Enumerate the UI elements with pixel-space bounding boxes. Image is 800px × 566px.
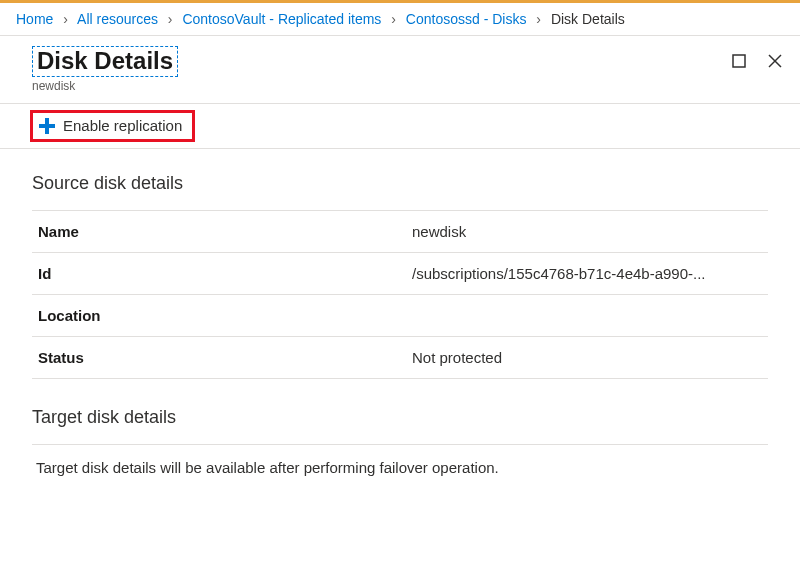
property-label-status: Status — [32, 349, 412, 366]
target-disk-message: Target disk details will be available af… — [32, 444, 768, 490]
blade-header: Disk Details newdisk — [0, 36, 800, 103]
svg-rect-4 — [39, 124, 55, 128]
breadcrumb-link-contoso-vault[interactable]: ContosoVault - Replicated items — [182, 11, 381, 27]
source-properties-table: Name newdisk Id /subscriptions/155c4768-… — [32, 210, 768, 379]
property-value-status: Not protected — [412, 349, 502, 366]
breadcrumb-link-contoso-ssd-disks[interactable]: Contosossd - Disks — [406, 11, 527, 27]
property-label-name: Name — [32, 223, 412, 240]
chevron-right-icon: › — [63, 11, 68, 27]
breadcrumb-link-all-resources[interactable]: All resources — [77, 11, 158, 27]
table-row: Name newdisk — [32, 210, 768, 252]
source-disk-heading: Source disk details — [32, 173, 768, 194]
property-label-id: Id — [32, 265, 412, 282]
enable-replication-button[interactable]: Enable replication — [30, 110, 195, 142]
table-row: Id /subscriptions/155c4768-b71c-4e4b-a99… — [32, 252, 768, 294]
breadcrumb-current: Disk Details — [551, 11, 625, 27]
page-subtitle: newdisk — [32, 79, 178, 93]
enable-replication-label: Enable replication — [63, 117, 182, 134]
property-label-location: Location — [32, 307, 412, 324]
chevron-right-icon: › — [536, 11, 541, 27]
svg-rect-0 — [733, 55, 745, 67]
table-row: Location — [32, 294, 768, 336]
table-row: Status Not protected — [32, 336, 768, 379]
plus-icon — [37, 116, 57, 136]
restore-window-icon[interactable] — [730, 52, 748, 70]
target-disk-section: Target disk details Target disk details … — [32, 407, 768, 490]
chevron-right-icon: › — [168, 11, 173, 27]
command-bar: Enable replication — [0, 103, 800, 149]
property-value-id: /subscriptions/155c4768-b71c-4e4b-a990-.… — [412, 265, 706, 282]
chevron-right-icon: › — [391, 11, 396, 27]
breadcrumb-link-home[interactable]: Home — [16, 11, 53, 27]
page-title: Disk Details — [32, 46, 178, 77]
blade-content: Source disk details Name newdisk Id /sub… — [0, 149, 800, 506]
close-icon[interactable] — [766, 52, 784, 70]
breadcrumb: Home › All resources › ContosoVault - Re… — [0, 3, 800, 36]
property-value-name: newdisk — [412, 223, 466, 240]
target-disk-heading: Target disk details — [32, 407, 768, 428]
